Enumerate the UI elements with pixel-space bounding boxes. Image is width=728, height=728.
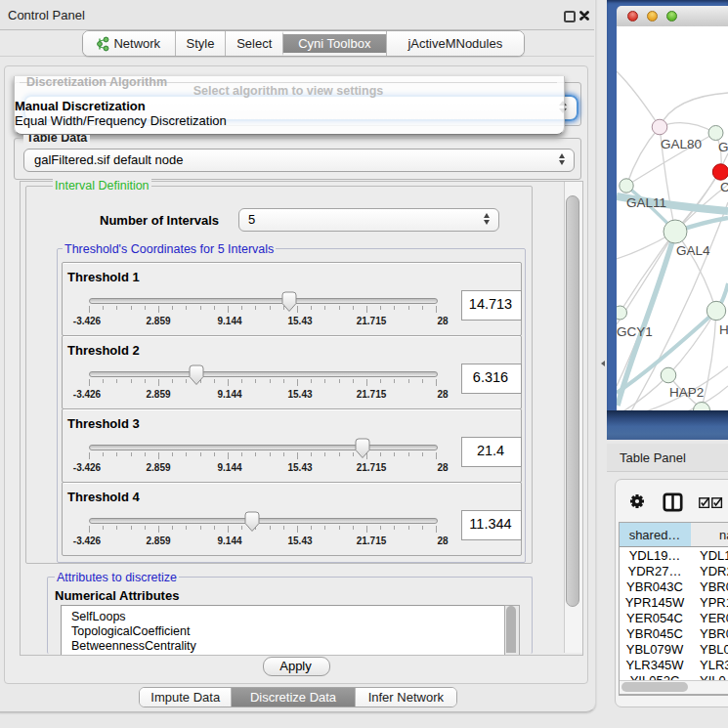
svg-text:GAL80: GAL80 — [661, 137, 702, 151]
svg-text:GCY1: GCY1 — [617, 324, 653, 339]
svg-text:H: H — [719, 322, 728, 337]
svg-text:GA: GA — [718, 140, 728, 154]
svg-text:GAL11: GAL11 — [626, 195, 666, 210]
svg-text:GAL4: GAL4 — [676, 243, 710, 258]
svg-text:HAP2: HAP2 — [669, 385, 704, 400]
svg-text:C: C — [720, 180, 728, 194]
